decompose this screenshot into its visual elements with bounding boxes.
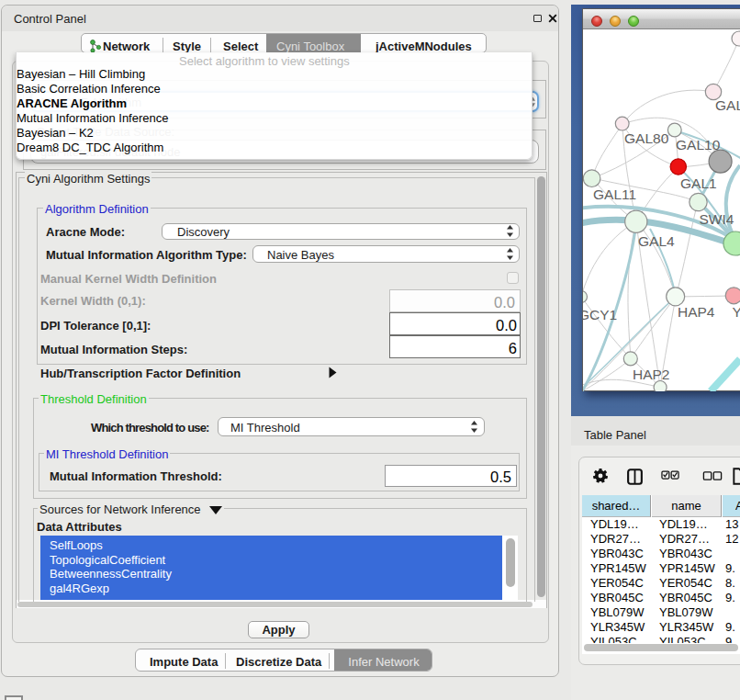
svg-text:GAL11: GAL11 — [593, 186, 636, 202]
svg-text:GAL10: GAL10 — [676, 137, 721, 152]
svg-text:HAP4: HAP4 — [678, 304, 715, 320]
svg-text:HAP2: HAP2 — [633, 367, 670, 382]
svg-text:GAL7: GAL7 — [715, 97, 740, 113]
svg-text:Y: Y — [733, 304, 740, 320]
svg-text:GAL1: GAL1 — [680, 175, 717, 191]
svg-text:GCY1: GCY1 — [583, 307, 617, 322]
svg-text:SWI4: SWI4 — [700, 211, 734, 227]
svg-text:GAL80: GAL80 — [624, 130, 669, 146]
svg-text:GAL4: GAL4 — [638, 233, 675, 249]
